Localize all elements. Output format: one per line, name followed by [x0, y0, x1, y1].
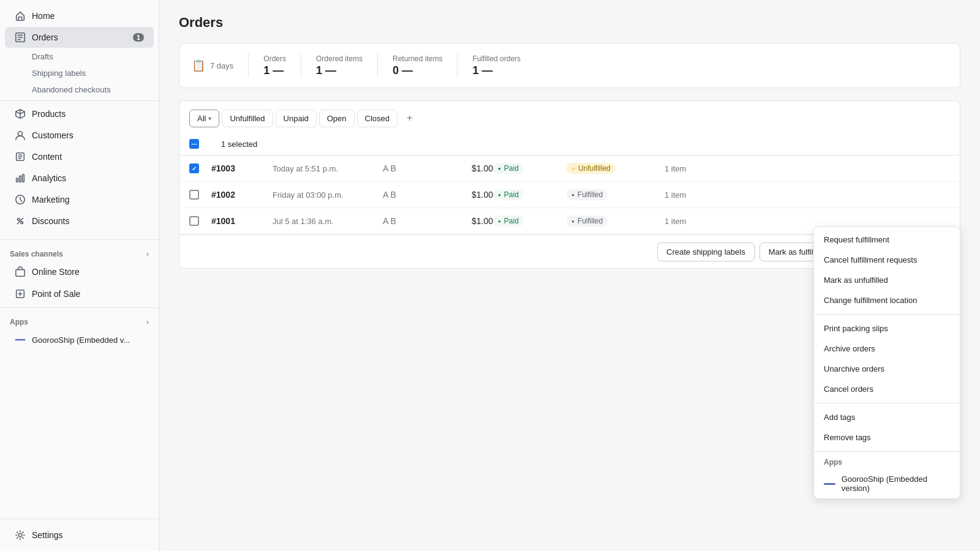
table-header-row: 1 selected	[179, 133, 960, 156]
dropdown-cancel-fulfillment-requests[interactable]: Cancel fulfillment requests	[814, 250, 960, 270]
sidebar-item-orders[interactable]: Orders 1	[5, 27, 154, 48]
svg-rect-3	[17, 178, 18, 182]
table-row[interactable]: #1003 Today at 5:51 p.m. A B $1.00 Paid …	[179, 156, 960, 182]
order-1001-checkbox[interactable]	[189, 216, 199, 226]
stat-orders: Orders 1 —	[263, 54, 286, 77]
svg-point-7	[18, 219, 20, 221]
products-icon	[15, 108, 26, 119]
dropdown-apps-label: Apps	[814, 453, 960, 469]
sidebar: Home Orders 1 Drafts Shipping labels Aba…	[0, 0, 159, 551]
online-store-icon	[15, 266, 26, 277]
stats-period-label: 7 days	[210, 61, 233, 70]
order-1001-date: Jul 5 at 1:36 a.m.	[273, 217, 383, 226]
dropdown-mark-as-unfulfilled[interactable]: Mark as unfulfilled	[814, 270, 960, 290]
order-1003-number: #1003	[211, 163, 273, 173]
order-1003-fulfillment: Unfulfilled	[567, 163, 665, 174]
order-1003-checkbox[interactable]	[189, 163, 199, 173]
dropdown-divider-1	[814, 314, 960, 315]
dropdown-print-packing-slips[interactable]: Print packing slips	[814, 318, 960, 339]
filter-unpaid[interactable]: Unpaid	[276, 110, 317, 127]
order-1002-checkbox[interactable]	[189, 190, 199, 200]
svg-rect-5	[23, 174, 24, 182]
order-1002-fulfillment: Fulfilled	[567, 189, 665, 200]
sidebar-item-abandoned-checkouts[interactable]: Abandoned checkouts	[5, 81, 154, 98]
dropdown-goorooship-item[interactable]: GoorooShip (Embedded version)	[814, 469, 960, 498]
orders-icon	[15, 32, 26, 43]
dropdown-remove-tags[interactable]: Remove tags	[814, 427, 960, 448]
svg-point-12	[18, 533, 21, 536]
returned-items-label: Returned items	[393, 54, 442, 63]
filter-unfulfilled[interactable]: Unfulfilled	[222, 110, 273, 127]
ordered-items-label: Ordered items	[316, 54, 363, 63]
order-1002-total: $1.00	[432, 190, 493, 200]
stat-returned-items: Returned items 0 —	[393, 54, 442, 77]
sidebar-settings-label: Settings	[32, 530, 144, 540]
create-shipping-labels-button[interactable]: Create shipping labels	[657, 242, 755, 261]
filter-open[interactable]: Open	[319, 110, 355, 127]
payment-badge-paid-2: Paid	[493, 189, 524, 200]
sidebar-item-products[interactable]: Products	[5, 103, 154, 124]
sidebar-home-label: Home	[32, 11, 144, 21]
sidebar-item-marketing[interactable]: Marketing	[5, 189, 154, 210]
filter-add-button[interactable]: +	[400, 108, 419, 128]
dropdown-group-1: Request fulfillment Cancel fulfillment r…	[814, 227, 960, 313]
order-1002-number: #1002	[211, 190, 273, 200]
dropdown-unarchive-orders[interactable]: Unarchive orders	[814, 359, 960, 379]
fulfillment-badge-fulfilled-3: Fulfilled	[567, 216, 608, 227]
dropdown-cancel-orders[interactable]: Cancel orders	[814, 379, 960, 399]
payment-badge-paid: Paid	[493, 163, 524, 174]
sidebar-item-goorooship[interactable]: GoorooShip (Embedded v...	[5, 329, 154, 350]
dropdown-divider-3	[814, 451, 960, 452]
page-title: Orders	[179, 15, 960, 31]
abandoned-checkouts-label: Abandoned checkouts	[32, 85, 111, 94]
sidebar-item-home[interactable]: Home	[5, 6, 154, 26]
sidebar-item-online-store[interactable]: Online Store	[5, 261, 154, 282]
dropdown-group-3: Add tags Remove tags	[814, 405, 960, 450]
dropdown-archive-orders[interactable]: Archive orders	[814, 339, 960, 359]
table-row[interactable]: #1002 Friday at 03:00 p.m. A B $1.00 Pai…	[179, 182, 960, 208]
sidebar-item-analytics[interactable]: Analytics	[5, 168, 154, 189]
dropdown-group-2: Print packing slips Archive orders Unarc…	[814, 316, 960, 402]
sales-channels-title: Sales channels ›	[0, 242, 159, 261]
returned-items-value: 0 —	[393, 64, 442, 77]
ordered-items-value: 1 —	[316, 64, 363, 77]
order-1003-total: $1.00	[432, 163, 493, 173]
order-1001-number: #1001	[211, 216, 273, 226]
sidebar-item-customers[interactable]: Customers	[5, 125, 154, 146]
drafts-label: Drafts	[32, 52, 53, 61]
calendar-icon: 📋	[192, 59, 205, 72]
sidebar-orders-label: Orders	[32, 32, 127, 42]
filter-closed[interactable]: Closed	[357, 110, 398, 127]
svg-rect-9	[16, 269, 24, 276]
sidebar-item-settings[interactable]: Settings	[5, 525, 154, 545]
orders-label: Orders	[263, 54, 286, 63]
apps-title: Apps ›	[0, 310, 159, 329]
svg-point-1	[18, 132, 22, 136]
analytics-icon	[15, 173, 26, 184]
sidebar-item-drafts[interactable]: Drafts	[5, 48, 154, 65]
order-1003-date: Today at 5:51 p.m.	[273, 164, 383, 173]
goorooship-app-icon	[824, 483, 835, 485]
sidebar-item-content[interactable]: Content	[5, 146, 154, 167]
svg-rect-4	[20, 176, 21, 182]
sidebar-item-shipping-labels[interactable]: Shipping labels	[5, 65, 154, 81]
sidebar-content-label: Content	[32, 152, 144, 162]
dropdown-request-fulfillment[interactable]: Request fulfillment	[814, 230, 960, 250]
orders-badge: 1	[133, 33, 144, 42]
sidebar-analytics-label: Analytics	[32, 173, 144, 183]
main-content: Orders 📋 7 days Orders 1 — Ordered items…	[159, 0, 980, 551]
sidebar-item-point-of-sale[interactable]: Point of Sale	[5, 283, 154, 304]
stats-divider-2	[301, 53, 301, 78]
fulfilled-orders-value: 1 —	[472, 64, 521, 77]
dropdown-change-fulfillment-location[interactable]: Change fulfillment location	[814, 290, 960, 310]
select-all-checkbox[interactable]	[189, 139, 199, 149]
fulfilled-orders-label: Fulfilled orders	[472, 54, 521, 63]
order-1001-total: $1.00	[432, 216, 493, 226]
sidebar-item-discounts[interactable]: Discounts	[5, 211, 154, 231]
filter-all[interactable]: All ▾	[189, 110, 219, 127]
sidebar-online-store-label: Online Store	[32, 267, 144, 277]
sidebar-customers-label: Customers	[32, 130, 144, 140]
dropdown-add-tags[interactable]: Add tags	[814, 407, 960, 427]
point-of-sale-icon	[15, 288, 26, 299]
order-1003-payment: Paid	[493, 163, 567, 174]
